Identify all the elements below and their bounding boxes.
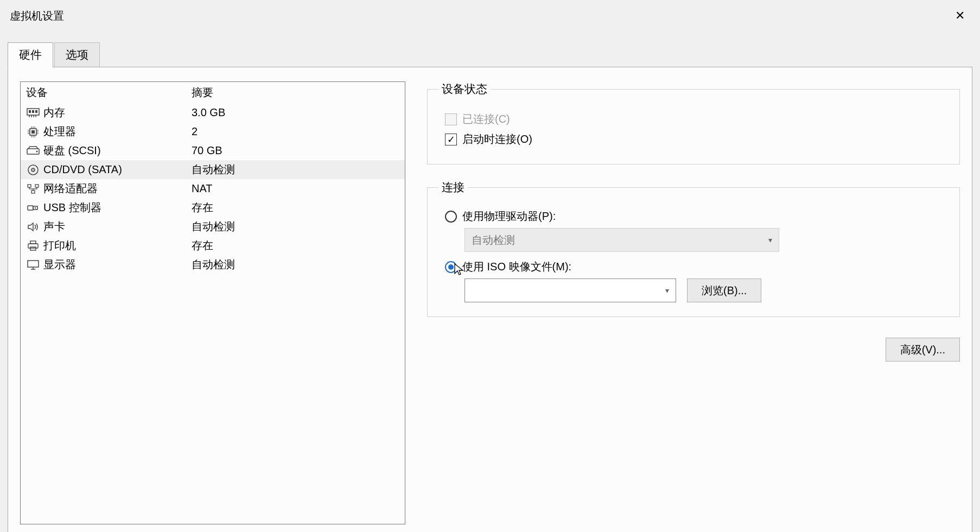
device-summary: 存在 [192, 238, 399, 253]
tab-hardware[interactable]: 硬件 [8, 42, 53, 67]
device-label: 处理器 [43, 124, 76, 139]
svg-rect-5 [29, 110, 31, 113]
tab-bar: 硬件 选项 [8, 42, 980, 67]
svg-rect-28 [35, 185, 39, 187]
device-row-network[interactable]: 网络适配器 NAT [21, 179, 405, 198]
radio-physical[interactable] [445, 211, 457, 223]
group-legend: 连接 [438, 180, 468, 195]
svg-point-26 [33, 169, 34, 170]
svg-rect-7 [35, 110, 37, 113]
group-device-status: 设备状态 已连接(C) ✓ 启动时连接(O) [427, 81, 960, 164]
memory-icon [26, 107, 40, 119]
svg-rect-29 [31, 191, 35, 193]
combo-physical-value: 自动检测 [472, 233, 515, 248]
svg-rect-27 [28, 185, 31, 187]
device-label: 声卡 [43, 219, 65, 234]
device-row-printer[interactable]: 打印机 存在 [21, 236, 405, 255]
checkbox-connected-label: 已连接(C) [462, 112, 510, 126]
device-row-disk[interactable]: 硬盘 (SCSI) 70 GB [21, 141, 405, 160]
col-header-device: 设备 [26, 85, 192, 100]
cpu-icon [26, 126, 40, 138]
svg-rect-37 [30, 241, 36, 244]
radio-physical-row[interactable]: 使用物理驱动器(P): [445, 209, 949, 224]
printer-icon [26, 240, 40, 252]
cd-icon [26, 164, 40, 176]
device-summary: 3.0 GB [192, 106, 399, 119]
tab-panel-hardware: 设备 摘要 内存 3.0 GB 处理器 [8, 67, 972, 532]
device-label: 打印机 [43, 238, 76, 253]
advanced-button[interactable]: 高级(V)... [886, 338, 960, 362]
combo-physical-drive: 自动检测 ▾ [464, 228, 779, 252]
checkbox-connect-poweron[interactable]: ✓ [445, 134, 457, 145]
device-detail-column: 设备状态 已连接(C) ✓ 启动时连接(O) 连接 使用物理驱动器(P): 自动… [427, 81, 960, 524]
usb-icon [26, 202, 40, 214]
device-summary: 自动检测 [192, 162, 399, 177]
group-connection: 连接 使用物理驱动器(P): 自动检测 ▾ 使用 ISO 映像文件(M): ▾ [427, 180, 960, 317]
device-list-column: 设备 摘要 内存 3.0 GB 处理器 [20, 81, 405, 524]
device-summary: NAT [192, 182, 399, 195]
svg-rect-38 [28, 244, 38, 248]
svg-rect-34 [28, 206, 33, 210]
device-row-usb[interactable]: USB 控制器 存在 [21, 198, 405, 217]
radio-physical-label: 使用物理驱动器(P): [462, 209, 556, 224]
close-icon[interactable]: ✕ [950, 7, 970, 25]
device-label: 网络适配器 [43, 181, 98, 196]
window-title: 虚拟机设置 [10, 9, 64, 23]
device-summary: 2 [192, 125, 399, 138]
checkbox-connected [445, 113, 457, 125]
checkbox-connected-row: 已连接(C) [445, 112, 949, 126]
display-icon [26, 259, 40, 271]
svg-rect-36 [35, 207, 36, 208]
device-summary: 自动检测 [192, 257, 399, 272]
svg-point-23 [36, 150, 38, 152]
device-summary: 自动检测 [192, 219, 399, 234]
device-row-cpu[interactable]: 处理器 2 [21, 122, 405, 141]
device-label: CD/DVD (SATA) [43, 163, 122, 176]
combo-iso-file[interactable]: ▾ [464, 278, 676, 302]
device-label: 硬盘 (SCSI) [43, 143, 101, 158]
group-legend: 设备状态 [438, 81, 491, 97]
browse-button[interactable]: 浏览(B)... [687, 278, 761, 302]
svg-rect-39 [30, 247, 36, 250]
tab-options[interactable]: 选项 [54, 42, 100, 67]
radio-iso[interactable] [445, 261, 457, 273]
device-row-display[interactable]: 显示器 自动检测 [21, 255, 405, 274]
device-row-memory[interactable]: 内存 3.0 GB [21, 103, 405, 122]
chevron-down-icon[interactable]: ▾ [665, 286, 669, 295]
svg-rect-9 [31, 130, 35, 134]
device-summary: 70 GB [192, 144, 399, 157]
device-row-sound[interactable]: 声卡 自动检测 [21, 217, 405, 236]
device-label: USB 控制器 [43, 200, 101, 215]
chevron-down-icon: ▾ [768, 236, 772, 244]
disk-icon [26, 145, 40, 157]
radio-iso-row[interactable]: 使用 ISO 映像文件(M): [445, 259, 949, 274]
device-label: 内存 [43, 105, 65, 120]
device-table: 设备 摘要 内存 3.0 GB 处理器 [20, 81, 405, 524]
checkbox-connect-poweron-label: 启动时连接(O) [462, 132, 532, 147]
svg-rect-6 [32, 110, 34, 113]
network-icon [26, 183, 40, 195]
checkbox-connect-poweron-row[interactable]: ✓ 启动时连接(O) [445, 132, 949, 147]
col-header-summary: 摘要 [192, 85, 399, 100]
device-label: 显示器 [43, 257, 76, 272]
svg-rect-40 [28, 261, 39, 267]
sound-icon [26, 221, 40, 233]
device-row-cddvd[interactable]: CD/DVD (SATA) 自动检测 [21, 160, 405, 179]
radio-iso-label: 使用 ISO 映像文件(M): [462, 259, 571, 274]
device-table-header: 设备 摘要 [21, 82, 405, 103]
device-summary: 存在 [192, 200, 399, 215]
titlebar: 虚拟机设置 ✕ [0, 0, 980, 31]
